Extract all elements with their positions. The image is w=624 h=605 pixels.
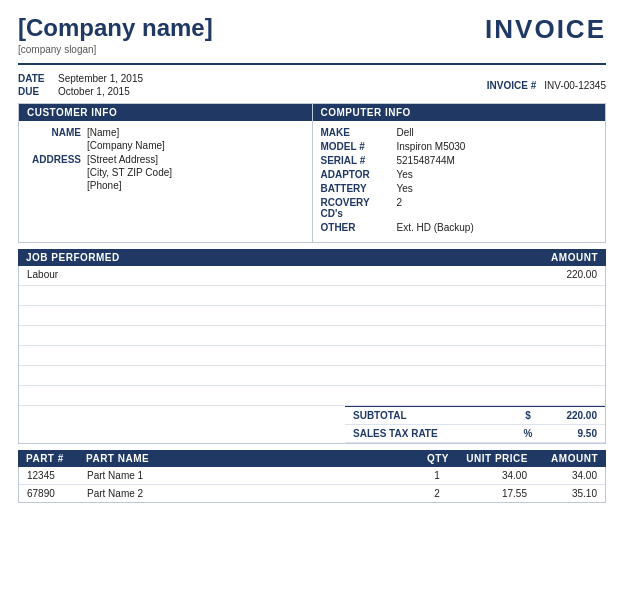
subtotal-sign: % (521, 428, 535, 439)
address-line1: [Street Address] (87, 154, 172, 165)
computer-info-row: BATTERYYes (321, 183, 598, 194)
customer-name: [Name] (87, 127, 165, 138)
subtotal-label: SALES TAX RATE (353, 428, 438, 439)
customer-address-label: ADDRESS (27, 154, 81, 191)
date-label: DATE (18, 73, 50, 84)
due-label: DUE (18, 86, 50, 97)
part-qty: 1 (417, 470, 457, 481)
subtotal-label: SUBTOTAL (353, 410, 407, 421)
parts-col-unit-header: UNIT PRICE (458, 453, 528, 464)
part-qty: 2 (417, 488, 457, 499)
invoice-num-block: INVOICE # INV-00-12345 (487, 73, 606, 97)
part-name: Part Name 2 (87, 488, 417, 499)
subtotal-row: SALES TAX RATE%9.50 (345, 425, 605, 443)
computer-info-row: MODEL #Inspiron M5030 (321, 141, 598, 152)
job-header-label: JOB PERFORMED (26, 252, 120, 263)
customer-company: [Company Name] (87, 140, 165, 151)
job-rows: Labour220.00 (18, 266, 606, 406)
subtotal-values: $220.00 (521, 410, 597, 421)
due-value: October 1, 2015 (58, 86, 130, 97)
customer-name-label: NAME (27, 127, 81, 151)
parts-col-part-header: PART # (26, 453, 86, 464)
invoice-title: INVOICE (485, 14, 606, 45)
comp-label: BATTERY (321, 183, 391, 194)
job-row (19, 346, 605, 366)
date-value: September 1, 2015 (58, 73, 143, 84)
comp-label: OTHER (321, 222, 391, 233)
company-slogan: [company slogan] (18, 44, 213, 55)
computer-info-header: COMPUTER INFO (313, 104, 606, 121)
job-row-amount: 220.00 (566, 269, 597, 282)
info-section: CUSTOMER INFO NAME [Name] [Company Name]… (18, 103, 606, 243)
job-row (19, 306, 605, 326)
comp-label: ADAPTOR (321, 169, 391, 180)
job-row-name: Labour (27, 269, 58, 282)
computer-info-row: OTHERExt. HD (Backup) (321, 222, 598, 233)
subtotal-amount: 9.50 (545, 428, 597, 439)
parts-col-qty-header: QTY (418, 453, 458, 464)
part-number: 12345 (27, 470, 87, 481)
comp-value: Dell (397, 127, 414, 138)
date-invoice-row: DATE September 1, 2015 DUE October 1, 20… (18, 69, 606, 99)
computer-info-row: SERIAL #521548744M (321, 155, 598, 166)
parts-section: PART # PART NAME QTY UNIT PRICE AMOUNT 1… (18, 450, 606, 503)
due-line: DUE October 1, 2015 (18, 86, 143, 97)
parts-header-row: PART # PART NAME QTY UNIT PRICE AMOUNT (18, 450, 606, 467)
comp-label: RCOVERY CD's (321, 197, 391, 219)
job-row (19, 326, 605, 346)
job-row: Labour220.00 (19, 266, 605, 286)
subtotal-table: SUBTOTAL$220.00SALES TAX RATE%9.50 (345, 406, 605, 443)
company-block: [Company name] [company slogan] (18, 14, 213, 55)
customer-info-body: NAME [Name] [Company Name] ADDRESS [Stre… (19, 121, 312, 200)
customer-info-header: CUSTOMER INFO (19, 104, 312, 121)
job-row (19, 286, 605, 306)
invoice-header: [Company name] [company slogan] INVOICE (18, 14, 606, 55)
subtotal-sign: $ (521, 410, 535, 421)
comp-label: SERIAL # (321, 155, 391, 166)
job-section: JOB PERFORMED AMOUNT Labour220.00 SUBTOT… (18, 249, 606, 444)
customer-info-col: CUSTOMER INFO NAME [Name] [Company Name]… (18, 103, 312, 243)
subtotal-amount: 220.00 (545, 410, 597, 421)
job-amount-header: AMOUNT (551, 252, 598, 263)
subtotal-section: SUBTOTAL$220.00SALES TAX RATE%9.50 (18, 406, 606, 444)
computer-info-col: COMPUTER INFO MAKEDellMODEL #Inspiron M5… (312, 103, 607, 243)
date-line: DATE September 1, 2015 (18, 73, 143, 84)
comp-value: Inspiron M5030 (397, 141, 466, 152)
invoice-num-value: INV-00-12345 (544, 80, 606, 91)
parts-data-row: 12345 Part Name 1 1 34.00 34.00 (18, 467, 606, 485)
customer-name-row: NAME [Name] [Company Name] (27, 127, 304, 151)
parts-data-row: 67890 Part Name 2 2 17.55 35.10 (18, 485, 606, 503)
comp-value: 521548744M (397, 155, 455, 166)
comp-value: 2 (397, 197, 403, 219)
part-amount: 34.00 (527, 470, 597, 481)
company-name: [Company name] (18, 14, 213, 42)
customer-address-values: [Street Address] [City, ST ZIP Code] [Ph… (87, 154, 172, 191)
part-unit-price: 17.55 (457, 488, 527, 499)
subtotal-values: %9.50 (521, 428, 597, 439)
part-unit-price: 34.00 (457, 470, 527, 481)
part-name: Part Name 1 (87, 470, 417, 481)
subtotal-row: SUBTOTAL$220.00 (345, 407, 605, 425)
computer-info-body: MAKEDellMODEL #Inspiron M5030SERIAL #521… (313, 121, 606, 242)
part-amount: 35.10 (527, 488, 597, 499)
parts-col-amount-header: AMOUNT (528, 453, 598, 464)
customer-name-values: [Name] [Company Name] (87, 127, 165, 151)
comp-value: Ext. HD (Backup) (397, 222, 474, 233)
comp-value: Yes (397, 169, 413, 180)
parts-rows: 12345 Part Name 1 1 34.00 34.00 67890 Pa… (18, 467, 606, 503)
comp-label: MAKE (321, 127, 391, 138)
date-block: DATE September 1, 2015 DUE October 1, 20… (18, 73, 143, 97)
comp-label: MODEL # (321, 141, 391, 152)
address-line2: [City, ST ZIP Code] (87, 167, 172, 178)
computer-info-row: RCOVERY CD's2 (321, 197, 598, 219)
header-divider (18, 63, 606, 65)
customer-address-row: ADDRESS [Street Address] [City, ST ZIP C… (27, 154, 304, 191)
computer-info-row: ADAPTORYes (321, 169, 598, 180)
customer-phone: [Phone] (87, 180, 172, 191)
job-header-row: JOB PERFORMED AMOUNT (18, 249, 606, 266)
job-row (19, 366, 605, 386)
job-row (19, 386, 605, 406)
comp-value: Yes (397, 183, 413, 194)
computer-info-row: MAKEDell (321, 127, 598, 138)
part-number: 67890 (27, 488, 87, 499)
